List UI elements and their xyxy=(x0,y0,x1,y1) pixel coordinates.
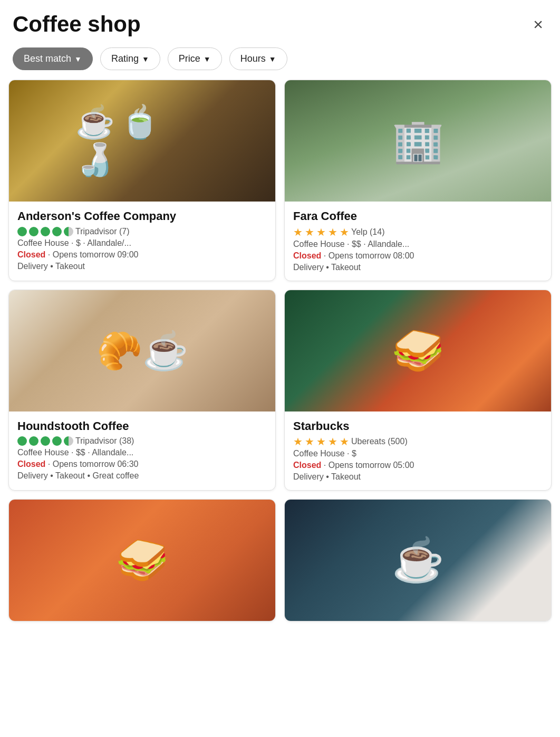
card-body: Fara Coffee★★★★★Yelp (14)Coffee House · … xyxy=(285,202,551,281)
rating-dot xyxy=(52,227,62,236)
status-badge: Closed xyxy=(293,461,321,470)
card-name: Anderson's Coffee Company xyxy=(17,209,267,224)
close-button[interactable]: × xyxy=(529,14,547,35)
filter-label: Price xyxy=(179,53,200,64)
rating-dot xyxy=(64,436,73,446)
card-services: Delivery • Takeout xyxy=(17,262,267,271)
result-card[interactable] xyxy=(8,499,276,621)
rating-row: Tripadvisor (7) xyxy=(17,227,267,236)
rating-row: ★★★★★Yelp (14) xyxy=(293,227,543,237)
open-time: · Opens tomorrow 06:30 xyxy=(45,460,138,468)
chevron-down-icon: ▼ xyxy=(142,55,149,63)
results-grid: Anderson's Coffee CompanyTripadvisor (7)… xyxy=(0,80,560,630)
star-full-icon: ★ xyxy=(293,436,303,447)
rating-row: ★★★★★Ubereats (500) xyxy=(293,436,543,447)
chevron-down-icon: ▼ xyxy=(204,55,211,63)
filter-label: Hours xyxy=(240,53,266,64)
rating-dot xyxy=(64,227,73,236)
card-services: Delivery • Takeout xyxy=(293,263,543,272)
header: Coffee shop × xyxy=(0,0,560,42)
filter-rating[interactable]: Rating▼ xyxy=(100,47,160,70)
result-card[interactable]: Starbucks★★★★★Ubereats (500)Coffee House… xyxy=(284,290,552,491)
card-image xyxy=(9,80,275,202)
rating-source: Tripadvisor (38) xyxy=(75,436,134,446)
rating-dot xyxy=(17,227,27,236)
card-name: Starbucks xyxy=(293,419,543,434)
open-time: · Opens tomorrow 05:00 xyxy=(321,461,414,470)
rating-dot xyxy=(41,227,50,236)
star-full-icon: ★ xyxy=(305,227,314,237)
rating-row: Tripadvisor (38) xyxy=(17,436,267,446)
card-image xyxy=(9,290,275,411)
card-status: Closed · Opens tomorrow 08:00 xyxy=(293,251,543,261)
filter-best-match[interactable]: Best match▼ xyxy=(13,47,93,70)
star-full-icon: ★ xyxy=(328,227,337,237)
filter-price[interactable]: Price▼ xyxy=(168,47,222,70)
card-body: Anderson's Coffee CompanyTripadvisor (7)… xyxy=(9,202,275,280)
status-badge: Closed xyxy=(17,250,45,259)
star-full-icon: ★ xyxy=(305,436,314,447)
filter-label: Rating xyxy=(111,53,139,64)
rating-dot xyxy=(41,436,50,446)
card-body: Houndstooth CoffeeTripadvisor (38)Coffee… xyxy=(9,411,275,490)
card-services: Delivery • Takeout xyxy=(293,472,543,482)
result-card[interactable]: Anderson's Coffee CompanyTripadvisor (7)… xyxy=(8,80,276,281)
open-time: · Opens tomorrow 09:00 xyxy=(45,250,138,259)
card-image xyxy=(285,500,551,621)
card-meta: Coffee House · $$ · Allandale... xyxy=(293,240,543,249)
star-full-icon: ★ xyxy=(340,436,349,447)
card-status: Closed · Opens tomorrow 09:00 xyxy=(17,250,267,260)
star-full-icon: ★ xyxy=(328,436,337,447)
filter-label: Best match xyxy=(24,53,71,64)
card-services: Delivery • Takeout • Great coffee xyxy=(17,471,267,481)
star-full-icon: ★ xyxy=(316,436,326,447)
rating-dot xyxy=(17,436,27,446)
rating-source: Yelp (14) xyxy=(351,227,384,237)
card-image xyxy=(9,500,275,621)
status-badge: Closed xyxy=(293,251,321,260)
star-half-icon: ★ xyxy=(340,227,349,237)
rating-source: Tripadvisor (7) xyxy=(75,227,130,236)
rating-dot xyxy=(29,436,38,446)
card-image xyxy=(285,290,551,411)
rating-dot xyxy=(52,436,62,446)
open-time: · Opens tomorrow 08:00 xyxy=(321,251,414,260)
star-full-icon: ★ xyxy=(293,227,303,237)
card-meta: Coffee House · $$ · Allandale... xyxy=(17,448,267,457)
result-card[interactable] xyxy=(284,499,552,621)
card-body: Starbucks★★★★★Ubereats (500)Coffee House… xyxy=(285,411,551,491)
chevron-down-icon: ▼ xyxy=(269,55,276,63)
card-name: Houndstooth Coffee xyxy=(17,419,267,434)
card-status: Closed · Opens tomorrow 06:30 xyxy=(17,460,267,469)
card-meta: Coffee House · $ · Allandale/... xyxy=(17,238,267,248)
card-image xyxy=(285,80,551,202)
card-status: Closed · Opens tomorrow 05:00 xyxy=(293,461,543,470)
rating-dot xyxy=(29,227,38,236)
card-name: Fara Coffee xyxy=(293,209,543,224)
page-title: Coffee shop xyxy=(13,12,141,37)
card-meta: Coffee House · $ xyxy=(293,449,543,458)
chevron-down-icon: ▼ xyxy=(74,55,82,63)
result-card[interactable]: Houndstooth CoffeeTripadvisor (38)Coffee… xyxy=(8,290,276,491)
filter-hours[interactable]: Hours▼ xyxy=(229,47,287,70)
result-card[interactable]: Fara Coffee★★★★★Yelp (14)Coffee House · … xyxy=(284,80,552,281)
star-full-icon: ★ xyxy=(316,227,326,237)
status-badge: Closed xyxy=(17,460,45,468)
filter-bar: Best match▼Rating▼Price▼Hours▼ xyxy=(0,42,560,80)
rating-source: Ubereats (500) xyxy=(351,437,408,446)
